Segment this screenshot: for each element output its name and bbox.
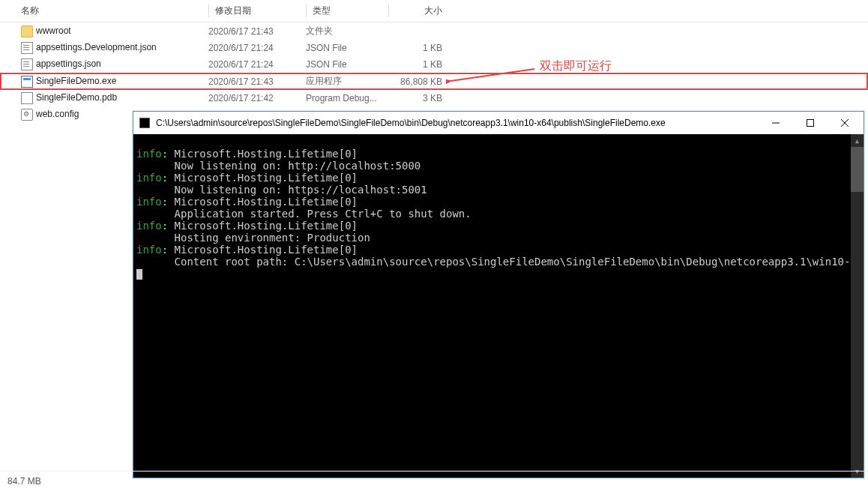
json-icon bbox=[21, 58, 33, 70]
console-titlebar[interactable]: C:\Users\admin\source\repos\SingleFileDe… bbox=[133, 112, 864, 134]
col-header-name[interactable]: 名称 bbox=[21, 4, 208, 17]
file-row[interactable]: appsettings.Development.json2020/6/17 21… bbox=[0, 40, 868, 56]
console-app-icon bbox=[139, 118, 150, 128]
svg-rect-2 bbox=[807, 120, 814, 127]
folder-icon bbox=[21, 25, 33, 37]
file-name: wwwroot bbox=[36, 25, 71, 36]
scroll-thumb[interactable] bbox=[851, 147, 864, 192]
console-output[interactable]: info: Microsoft.Hosting.Lifetime[0] Now … bbox=[133, 134, 864, 478]
annotation-text: 双击即可运行 bbox=[540, 58, 612, 74]
file-date: 2020/6/17 21:24 bbox=[208, 43, 306, 53]
file-type: JSON File bbox=[306, 59, 388, 70]
file-size: 3 KB bbox=[388, 93, 448, 103]
file-type: Program Debug... bbox=[306, 93, 388, 103]
file-size: 86,808 KB bbox=[388, 76, 448, 87]
file-name: SingleFileDemo.pdb bbox=[36, 92, 117, 103]
file-name: SingleFileDemo.exe bbox=[36, 76, 116, 86]
scroll-up-icon[interactable]: ▲ bbox=[851, 134, 864, 147]
json-icon bbox=[21, 42, 33, 54]
file-date: 2020/6/17 21:42 bbox=[208, 93, 306, 103]
file-name: appsettings.Development.json bbox=[36, 42, 157, 52]
file-explorer-list: 名称 修改日期 类型 大小 wwwroot2020/6/17 21:43文件夹a… bbox=[0, 0, 868, 123]
console-cursor bbox=[136, 269, 142, 280]
file-row[interactable]: wwwroot2020/6/17 21:43文件夹 bbox=[0, 22, 868, 40]
file-type: 应用程序 bbox=[306, 75, 388, 88]
file-row[interactable]: SingleFileDemo.exe2020/6/17 21:43应用程序86,… bbox=[0, 73, 868, 90]
close-button[interactable] bbox=[828, 112, 862, 134]
file-type: 文件夹 bbox=[306, 25, 388, 37]
status-size: 84.7 MB bbox=[7, 476, 41, 487]
pdb-icon bbox=[21, 92, 33, 104]
annotation-arrow bbox=[446, 66, 536, 84]
file-size: 1 KB bbox=[388, 59, 448, 70]
col-header-size[interactable]: 大小 bbox=[388, 4, 448, 17]
config-icon bbox=[21, 109, 33, 121]
file-date: 2020/6/17 21:43 bbox=[208, 76, 306, 87]
file-row[interactable]: SingleFileDemo.pdb2020/6/17 21:42Program… bbox=[0, 90, 868, 106]
window-controls bbox=[759, 112, 862, 134]
col-header-date[interactable]: 修改日期 bbox=[208, 4, 306, 17]
console-title-text: C:\Users\admin\source\repos\SingleFileDe… bbox=[156, 118, 759, 128]
file-date: 2020/6/17 21:24 bbox=[208, 59, 306, 70]
minimize-button[interactable] bbox=[759, 112, 793, 134]
file-name: web.config bbox=[36, 109, 79, 119]
console-window: C:\Users\admin\source\repos\SingleFileDe… bbox=[133, 111, 864, 478]
column-headers: 名称 修改日期 类型 大小 bbox=[0, 0, 868, 22]
exe-icon bbox=[21, 76, 33, 88]
status-bar: 84.7 MB bbox=[0, 471, 868, 491]
svg-line-0 bbox=[450, 69, 534, 81]
console-scrollbar[interactable]: ▲ ▼ bbox=[851, 134, 864, 478]
col-header-type[interactable]: 类型 bbox=[306, 4, 388, 17]
maximize-button[interactable] bbox=[793, 112, 828, 134]
file-type: JSON File bbox=[306, 43, 388, 53]
file-row[interactable]: appsettings.json2020/6/17 21:24JSON File… bbox=[0, 56, 868, 73]
file-date: 2020/6/17 21:43 bbox=[208, 26, 306, 37]
file-name: appsettings.json bbox=[36, 58, 101, 69]
file-size: 1 KB bbox=[388, 43, 448, 53]
